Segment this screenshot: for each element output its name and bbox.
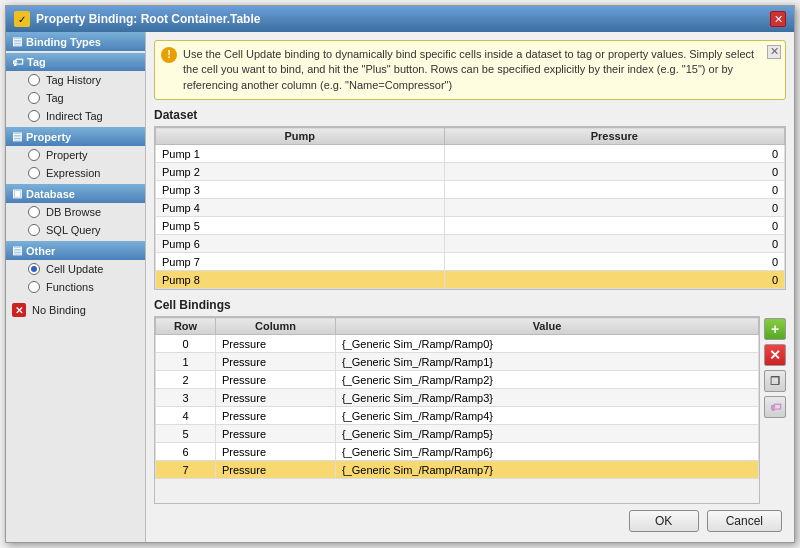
- radio-tag[interactable]: [28, 92, 40, 104]
- dataset-table: Pump Pressure Pump 10Pump 20Pump 30Pump …: [154, 126, 786, 290]
- dataset-col-pump: Pump: [156, 128, 445, 145]
- cb-col-value: Value: [336, 318, 759, 335]
- sidebar-item-cell-update[interactable]: Cell Update: [6, 260, 145, 278]
- cb-row-index[interactable]: 7: [156, 461, 216, 479]
- sidebar-item-property[interactable]: Property: [6, 146, 145, 164]
- tag-binding-button[interactable]: 🏷: [764, 396, 786, 418]
- cb-row-column[interactable]: Pressure: [216, 335, 336, 353]
- tag-section-header: 🏷 Tag: [6, 53, 145, 71]
- copy-binding-button[interactable]: ❐: [764, 370, 786, 392]
- radio-cell-update[interactable]: [28, 263, 40, 275]
- ok-button[interactable]: OK: [629, 510, 699, 532]
- cb-row-column[interactable]: Pressure: [216, 407, 336, 425]
- db-browse-label: DB Browse: [46, 206, 101, 218]
- cb-row-index[interactable]: 3: [156, 389, 216, 407]
- other-section-icon: ▤: [12, 244, 22, 257]
- sidebar-item-tag[interactable]: Tag: [6, 89, 145, 107]
- cb-row-index[interactable]: 0: [156, 335, 216, 353]
- cb-row-value[interactable]: {_Generic Sim_/Ramp/Ramp7}: [336, 461, 759, 479]
- cb-col-column: Column: [216, 318, 336, 335]
- sidebar-item-db-browse[interactable]: DB Browse: [6, 203, 145, 221]
- info-close-button[interactable]: ✕: [767, 45, 781, 59]
- tag-history-label: Tag History: [46, 74, 101, 86]
- property-section-icon: ▤: [12, 130, 22, 143]
- sidebar-item-tag-history[interactable]: Tag History: [6, 71, 145, 89]
- tag-section-label: Tag: [27, 56, 46, 68]
- cb-row-column[interactable]: Pressure: [216, 425, 336, 443]
- cell-bindings-table-element: Row Column Value 0Pressure{_Generic Sim_…: [155, 317, 759, 479]
- dataset-row-pressure[interactable]: 0: [444, 217, 784, 235]
- property-section-label: Property: [26, 131, 71, 143]
- dataset-label: Dataset: [154, 108, 786, 122]
- cb-row-value[interactable]: {_Generic Sim_/Ramp/Ramp2}: [336, 371, 759, 389]
- other-section-header: ▤ Other: [6, 241, 145, 260]
- dataset-row-pump[interactable]: Pump 2: [156, 163, 445, 181]
- cb-row-value[interactable]: {_Generic Sim_/Ramp/Ramp6}: [336, 443, 759, 461]
- cb-row-value[interactable]: {_Generic Sim_/Ramp/Ramp5}: [336, 425, 759, 443]
- cb-row-index[interactable]: 6: [156, 443, 216, 461]
- dataset-row-pressure[interactable]: 0: [444, 271, 784, 289]
- radio-expression[interactable]: [28, 167, 40, 179]
- property-label: Property: [46, 149, 88, 161]
- cb-row-value[interactable]: {_Generic Sim_/Ramp/Ramp0}: [336, 335, 759, 353]
- dataset-row-pressure[interactable]: 0: [444, 235, 784, 253]
- cell-bindings-area: Cell Bindings Row Column Value: [154, 298, 786, 504]
- sidebar-item-indirect-tag[interactable]: Indirect Tag: [6, 107, 145, 125]
- cb-row-index[interactable]: 1: [156, 353, 216, 371]
- radio-sql-query[interactable]: [28, 224, 40, 236]
- dataset-row-pressure[interactable]: 0: [444, 253, 784, 271]
- cb-col-row: Row: [156, 318, 216, 335]
- sidebar-item-sql-query[interactable]: SQL Query: [6, 221, 145, 239]
- cell-bindings-table: Row Column Value 0Pressure{_Generic Sim_…: [154, 316, 760, 504]
- database-section-icon: ▣: [12, 187, 22, 200]
- info-box: ! Use the Cell Update binding to dynamic…: [154, 40, 786, 100]
- dataset-row-pressure[interactable]: 0: [444, 199, 784, 217]
- main-content: ▤ Binding Types 🏷 Tag Tag History Tag In…: [6, 32, 794, 542]
- radio-tag-history[interactable]: [28, 74, 40, 86]
- tag-label: Tag: [46, 92, 64, 104]
- cb-row-value[interactable]: {_Generic Sim_/Ramp/Ramp3}: [336, 389, 759, 407]
- cancel-button[interactable]: Cancel: [707, 510, 782, 532]
- sidebar: ▤ Binding Types 🏷 Tag Tag History Tag In…: [6, 32, 146, 542]
- cb-row-index[interactable]: 5: [156, 425, 216, 443]
- radio-db-browse[interactable]: [28, 206, 40, 218]
- sidebar-item-functions[interactable]: Functions: [6, 278, 145, 296]
- cb-row-column[interactable]: Pressure: [216, 371, 336, 389]
- dataset-row-pump[interactable]: Pump 8: [156, 271, 445, 289]
- binding-types-icon: ▤: [12, 35, 22, 48]
- info-text: Use the Cell Update binding to dynamical…: [183, 48, 754, 91]
- add-binding-button[interactable]: +: [764, 318, 786, 340]
- dataset-row-pump[interactable]: Pump 1: [156, 145, 445, 163]
- dataset-row-pump[interactable]: Pump 7: [156, 253, 445, 271]
- cell-update-label: Cell Update: [46, 263, 103, 275]
- cb-row-column[interactable]: Pressure: [216, 389, 336, 407]
- cb-row-column[interactable]: Pressure: [216, 461, 336, 479]
- cell-bindings-label: Cell Bindings: [154, 298, 786, 312]
- radio-property[interactable]: [28, 149, 40, 161]
- property-section-header: ▤ Property: [6, 127, 145, 146]
- title-bar: ✓ Property Binding: Root Container.Table…: [6, 6, 794, 32]
- dataset-row-pump[interactable]: Pump 5: [156, 217, 445, 235]
- cb-row-index[interactable]: 4: [156, 407, 216, 425]
- cb-row-index[interactable]: 2: [156, 371, 216, 389]
- radio-functions[interactable]: [28, 281, 40, 293]
- dataset-row-pressure[interactable]: 0: [444, 163, 784, 181]
- cb-row-column[interactable]: Pressure: [216, 353, 336, 371]
- tag-section-icon: 🏷: [12, 56, 23, 68]
- radio-indirect-tag[interactable]: [28, 110, 40, 122]
- dataset-row-pump[interactable]: Pump 6: [156, 235, 445, 253]
- window-title: Property Binding: Root Container.Table: [36, 12, 260, 26]
- cb-row-value[interactable]: {_Generic Sim_/Ramp/Ramp4}: [336, 407, 759, 425]
- dataset-row-pressure[interactable]: 0: [444, 145, 784, 163]
- remove-binding-button[interactable]: ✕: [764, 344, 786, 366]
- close-button[interactable]: ✕: [770, 11, 786, 27]
- no-binding-item[interactable]: ✕ No Binding: [6, 300, 145, 320]
- sidebar-item-expression[interactable]: Expression: [6, 164, 145, 182]
- dataset-row-pump[interactable]: Pump 4: [156, 199, 445, 217]
- cb-row-column[interactable]: Pressure: [216, 443, 336, 461]
- other-section-label: Other: [26, 245, 55, 257]
- dataset-row-pump[interactable]: Pump 3: [156, 181, 445, 199]
- dataset-row-pressure[interactable]: 0: [444, 181, 784, 199]
- footer: OK Cancel: [154, 504, 786, 534]
- cb-row-value[interactable]: {_Generic Sim_/Ramp/Ramp1}: [336, 353, 759, 371]
